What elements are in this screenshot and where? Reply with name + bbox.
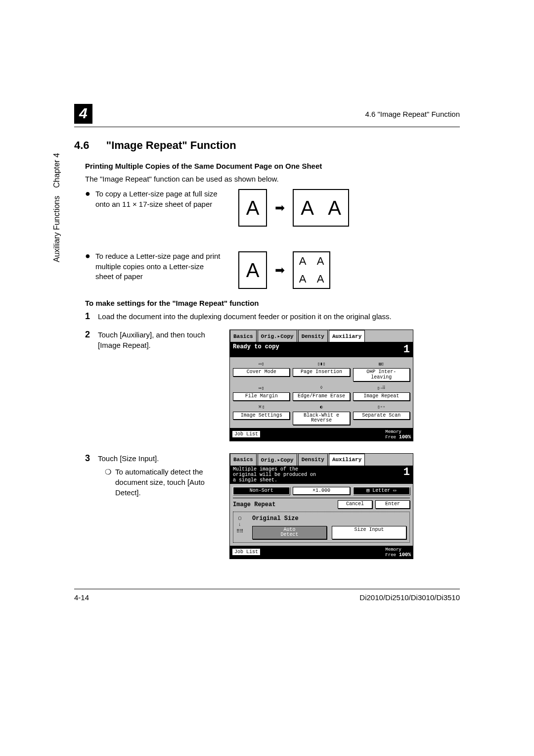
subheading-1: Printing Multiple Copies of the Same Doc…: [85, 162, 460, 170]
page-number: 4-14: [74, 593, 89, 602]
non-sort-button[interactable]: Non-Sort: [233, 487, 290, 495]
file-margin-button[interactable]: File Margin: [233, 392, 290, 401]
side-tab: Auxiliary Functions Chapter 4: [52, 153, 61, 262]
sub-bullet-icon: ❍: [105, 467, 111, 498]
step-2-text: Touch [Auxiliary], and then touch [Image…: [98, 330, 222, 441]
sidetab-chapter: Chapter 4: [52, 153, 61, 188]
running-head: 4.6 "Image Repeat" Function: [365, 110, 460, 118]
auto-detect-button[interactable]: Auto Detect: [252, 526, 327, 539]
section-heading: 4.6 "Image Repeat" Function: [74, 139, 460, 152]
image-settings-icon: ⤧▯: [253, 404, 270, 411]
copy-count: 1: [403, 467, 410, 483]
page-header: 4 4.6 "Image Repeat" Function: [74, 104, 460, 127]
ohp-interleaving-button[interactable]: OHP Inter- leaving: [353, 368, 410, 381]
enter-button[interactable]: Enter: [375, 500, 410, 509]
panel2-message: Multiple images of the original will be …: [233, 467, 316, 483]
section-title: "Image Repeat" Function: [106, 139, 236, 151]
step-1-text: Load the document into the duplexing doc…: [98, 311, 460, 322]
section-number: 4.6: [74, 139, 89, 152]
page-icon-grid: AA AA: [293, 251, 330, 289]
arrow-icon: ➡: [275, 263, 285, 277]
page-footer: 4-14 Di2010/Di2510/Di3010/Di3510: [74, 589, 460, 602]
chapter-number-box: 4: [74, 104, 92, 124]
file-margin-icon: ↦▯: [253, 384, 270, 391]
bullet-1-text: To copy a Letter-size page at full size …: [95, 189, 223, 209]
image-settings-button[interactable]: Image Settings: [233, 412, 290, 420]
separate-scan-icon: ▯▫▫: [373, 404, 390, 411]
page-insertion-button[interactable]: Page Insertion: [293, 368, 350, 377]
cover-mode-button[interactable]: Cover Mode: [233, 368, 290, 377]
bullet-2-row: ● To reduce a Letter-size page and print…: [85, 251, 460, 289]
step-1-number: 1: [85, 311, 98, 322]
bullet-1-row: ● To copy a Letter-size page at full siz…: [85, 189, 460, 227]
image-repeat-icon: ▯→⠿: [373, 384, 390, 391]
copy-count: 1: [403, 343, 410, 356]
bullet-icon: ●: [85, 189, 90, 209]
edge-erase-icon: ◊: [313, 384, 330, 391]
touchscreen-panel-1: Basics Orig.▸Copy Density Auxiliary Read…: [229, 330, 413, 441]
paper-size-button[interactable]: ▤ Letter ▭: [353, 487, 410, 495]
memory-free-value: 100%: [399, 434, 411, 440]
page-icon-wide: AA: [293, 189, 349, 227]
diagram-1: A ➡ AA: [238, 189, 349, 227]
memory-free-value: 100%: [399, 552, 411, 558]
model-numbers: Di2010/Di2510/Di3010/Di3510: [359, 593, 460, 602]
cover-mode-icon: ▭▯: [253, 360, 270, 367]
zoom-button[interactable]: ×1.000: [293, 487, 350, 495]
tab-basics[interactable]: Basics: [230, 330, 257, 342]
tab-auxiliary[interactable]: Auxiliary: [329, 330, 365, 342]
cancel-button[interactable]: Cancel: [338, 500, 372, 509]
job-list-button[interactable]: Job List: [232, 430, 261, 438]
page-icon-single: A: [238, 189, 267, 227]
sidetab-text: Auxiliary Functions: [52, 196, 61, 262]
tab-orig-copy[interactable]: Orig.▸Copy: [258, 454, 297, 466]
bullet-icon: ●: [85, 251, 90, 282]
page-insertion-icon: ▯▮▯: [313, 360, 330, 367]
step-2-number: 2: [85, 330, 98, 441]
bullet-2-text: To reduce a Letter-size page and print m…: [95, 251, 223, 282]
arrow-icon: ➡: [275, 201, 285, 215]
tab-orig-copy[interactable]: Orig.▸Copy: [258, 330, 297, 342]
black-white-reverse-button[interactable]: Black-Whit e Reverse: [293, 412, 350, 425]
job-list-button[interactable]: Job List: [232, 548, 261, 556]
status-text: Ready to copy: [233, 343, 279, 356]
page-icon-single: A: [238, 251, 267, 289]
intro-paragraph: The "Image Repeat" function can be used …: [85, 174, 460, 184]
step-3-subtext: To automatically detect the document siz…: [115, 467, 222, 498]
step-3-text: Touch [Size Input].: [98, 453, 222, 464]
edge-frame-erase-button[interactable]: Edge/Frame Erase: [293, 392, 350, 401]
repeat-diagram-icon: ▢↓⠿⠿: [236, 515, 243, 539]
tab-basics[interactable]: Basics: [230, 454, 257, 466]
image-repeat-button[interactable]: Image Repeat: [353, 392, 410, 401]
tab-auxiliary[interactable]: Auxiliary: [329, 454, 365, 466]
original-size-label: Original Size: [252, 515, 406, 522]
separate-scan-button[interactable]: Separate Scan: [353, 412, 410, 420]
touchscreen-panel-2: Basics Orig.▸Copy Density Auxiliary Mult…: [229, 453, 413, 559]
tab-density[interactable]: Density: [298, 330, 328, 342]
ohp-icon: ▤▯: [373, 360, 390, 367]
tab-density[interactable]: Density: [298, 454, 328, 466]
bw-reverse-icon: ◐: [313, 404, 330, 411]
size-input-button[interactable]: Size Input: [332, 526, 406, 539]
diagram-2: A ➡ AA AA: [238, 251, 330, 289]
step-1: 1 Load the document into the duplexing d…: [85, 311, 460, 322]
step-3-number: 3: [85, 453, 98, 559]
subheading-2: To make settings for the "Image Repeat" …: [85, 299, 460, 307]
image-repeat-label: Image Repeat: [233, 501, 335, 508]
